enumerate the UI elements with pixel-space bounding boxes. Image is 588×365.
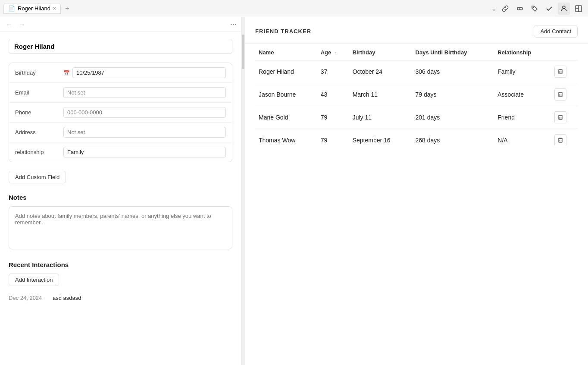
email-input[interactable] bbox=[63, 87, 226, 98]
cell-days-until: 79 days bbox=[412, 83, 494, 106]
fields-section: Birthday 📅 Email Phone bbox=[9, 63, 232, 162]
cell-name: Thomas Wow bbox=[255, 129, 317, 152]
birthday-input[interactable] bbox=[72, 67, 226, 78]
phone-row: Phone bbox=[9, 103, 232, 123]
cell-name: Marie Gold bbox=[255, 106, 317, 129]
person-icon[interactable] bbox=[558, 3, 570, 15]
tab-close-button[interactable]: × bbox=[53, 6, 56, 12]
more-options-button[interactable]: ··· bbox=[230, 20, 237, 29]
name-field[interactable] bbox=[9, 39, 232, 54]
delete-row-button[interactable] bbox=[554, 88, 566, 101]
svg-rect-16 bbox=[559, 138, 562, 142]
right-panel: FRIEND TRACKER Add Contact Name Age ↑ bbox=[245, 17, 588, 365]
cell-age: 79 bbox=[317, 106, 349, 129]
svg-point-0 bbox=[517, 7, 520, 10]
svg-point-3 bbox=[563, 6, 565, 9]
col-relationship[interactable]: Relationship bbox=[494, 44, 551, 60]
birthday-label: Birthday bbox=[15, 69, 58, 76]
interactions-title: Recent Interactions bbox=[9, 261, 232, 268]
left-panel: ← → ··· Birthday 📅 Email bbox=[0, 17, 241, 365]
svg-rect-10 bbox=[559, 93, 562, 97]
svg-rect-13 bbox=[559, 116, 562, 120]
chevron-down-icon[interactable]: ⌄ bbox=[491, 5, 497, 12]
address-row: Address bbox=[9, 123, 232, 142]
cell-relationship: Associate bbox=[494, 83, 551, 106]
birthday-value: 📅 bbox=[63, 67, 226, 78]
toolbar-right: ⌄ bbox=[491, 3, 585, 15]
table-row: Jason Bourne 43 March 11 79 days Associa… bbox=[255, 83, 578, 106]
cell-birthday: October 24 bbox=[349, 60, 412, 83]
scrollbar-track[interactable] bbox=[241, 17, 245, 365]
contacts-table: Name Age ↑ Birthday Days Until Birthday bbox=[255, 44, 578, 151]
interaction-date: Dec 24, 2024 bbox=[9, 295, 47, 301]
scrollbar-thumb[interactable] bbox=[242, 35, 244, 69]
back-button[interactable]: ← bbox=[4, 20, 14, 29]
cell-relationship: Friend bbox=[494, 106, 551, 129]
cell-delete bbox=[551, 129, 578, 152]
notes-textarea[interactable] bbox=[9, 206, 232, 249]
cell-days-until: 268 days bbox=[412, 129, 494, 152]
interaction-text: asd asdasd bbox=[53, 295, 81, 301]
delete-row-button[interactable] bbox=[554, 134, 566, 146]
svg-rect-7 bbox=[559, 70, 562, 74]
phone-input[interactable] bbox=[63, 107, 226, 118]
cell-days-until: 306 days bbox=[412, 60, 494, 83]
col-days-until-birthday[interactable]: Days Until Birthday bbox=[412, 44, 494, 60]
col-name[interactable]: Name bbox=[255, 44, 317, 60]
nav-row: ← → ··· bbox=[0, 17, 241, 32]
tracker-title: FRIEND TRACKER bbox=[255, 28, 311, 35]
relationship-row: relationship bbox=[9, 142, 232, 162]
delete-row-button[interactable] bbox=[554, 66, 566, 78]
left-panel-inner: Birthday 📅 Email Phone bbox=[0, 32, 241, 365]
tab-roger-hiland[interactable]: 📄 Roger Hiland × bbox=[3, 3, 61, 14]
cell-age: 43 bbox=[317, 83, 349, 106]
svg-point-1 bbox=[520, 7, 522, 10]
cell-birthday: March 11 bbox=[349, 83, 412, 106]
cell-delete bbox=[551, 106, 578, 129]
tab-doc-icon: 📄 bbox=[8, 5, 15, 12]
col-birthday[interactable]: Birthday bbox=[349, 44, 412, 60]
layout-icon[interactable] bbox=[572, 3, 585, 15]
notes-section: Notes bbox=[9, 194, 232, 251]
cell-days-until: 201 days bbox=[412, 106, 494, 129]
col-age[interactable]: Age ↑ bbox=[317, 44, 349, 60]
phone-label: Phone bbox=[15, 109, 58, 116]
address-input[interactable] bbox=[63, 127, 226, 138]
age-sort-arrow: ↑ bbox=[334, 50, 337, 55]
cell-birthday: July 11 bbox=[349, 106, 412, 129]
cell-relationship: N/A bbox=[494, 129, 551, 152]
add-custom-field-button[interactable]: Add Custom Field bbox=[9, 171, 66, 183]
address-label: Address bbox=[15, 129, 58, 135]
main-layout: ← → ··· Birthday 📅 Email bbox=[0, 17, 588, 365]
interaction-item: Dec 24, 2024 asd asdasd bbox=[9, 292, 232, 304]
contacts-table-container: Name Age ↑ Birthday Days Until Birthday bbox=[245, 44, 588, 365]
notes-title: Notes bbox=[9, 194, 232, 201]
right-panel-header: FRIEND TRACKER Add Contact bbox=[245, 17, 588, 44]
check-icon[interactable] bbox=[543, 3, 555, 15]
relationship-input[interactable] bbox=[63, 147, 226, 157]
relationship-label: relationship bbox=[15, 149, 58, 155]
cell-name: Jason Bourne bbox=[255, 83, 317, 106]
add-contact-button[interactable]: Add Contact bbox=[534, 25, 578, 38]
calendar-icon: 📅 bbox=[63, 70, 70, 76]
table-row: Roger Hiland 37 October 24 306 days Fami… bbox=[255, 60, 578, 83]
delete-row-button[interactable] bbox=[554, 111, 566, 123]
add-interaction-button[interactable]: Add Interaction bbox=[9, 274, 59, 286]
cell-relationship: Family bbox=[494, 60, 551, 83]
top-bar: 📄 Roger Hiland × + ⌄ bbox=[0, 0, 588, 17]
tag-icon[interactable] bbox=[529, 3, 541, 15]
cell-age: 79 bbox=[317, 129, 349, 152]
tab-title: Roger Hiland bbox=[18, 5, 50, 12]
cell-delete bbox=[551, 83, 578, 106]
svg-point-2 bbox=[533, 7, 534, 8]
cell-birthday: September 16 bbox=[349, 129, 412, 152]
forward-button[interactable]: → bbox=[17, 20, 27, 29]
cell-age: 37 bbox=[317, 60, 349, 83]
link-icon-2[interactable] bbox=[514, 3, 526, 15]
interactions-section: Recent Interactions Add Interaction Dec … bbox=[9, 261, 232, 304]
email-row: Email bbox=[9, 83, 232, 103]
birthday-row: Birthday 📅 bbox=[9, 63, 232, 83]
link-icon-1[interactable] bbox=[499, 3, 511, 15]
cell-name: Roger Hiland bbox=[255, 60, 317, 83]
new-tab-button[interactable]: + bbox=[63, 4, 72, 13]
